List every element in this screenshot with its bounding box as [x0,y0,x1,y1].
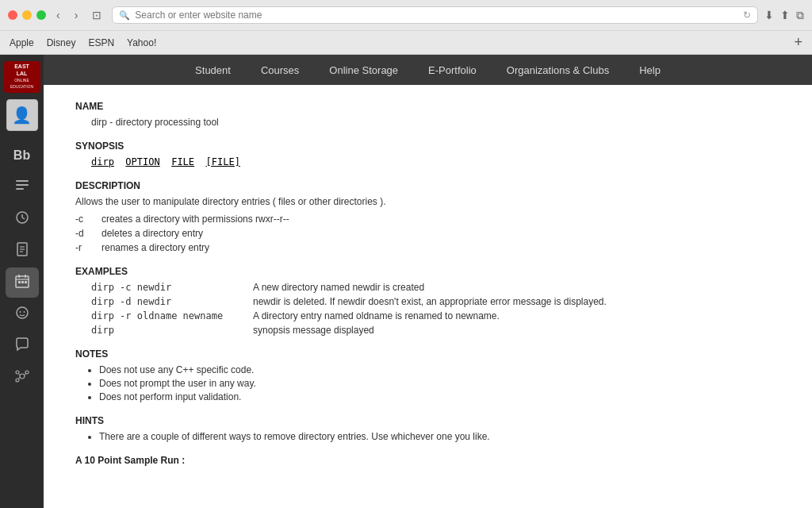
svg-rect-14 [18,281,21,283]
sidebar-item-smiley[interactable] [6,299,39,329]
sidebar-item-chat[interactable] [6,331,39,361]
flag-c-desc: creates a directory with permissions rwx… [102,214,289,225]
download-button[interactable]: ⬇ [764,9,774,21]
synopsis-file-optional: [FILE] [206,156,240,167]
note-0: Does not use any C++ specific code. [99,364,780,375]
flag-d: -d [75,228,95,239]
svg-point-17 [17,307,28,318]
bookmarks-bar: Apple Disney ESPN Yahoo! + [0,30,812,54]
flag-r: -r [75,242,95,253]
main-area: Student Courses Online Storage E-Portfol… [44,55,812,508]
app-logo: EASTLALONLINE EDUCATION [4,61,40,93]
synopsis-label: SYNOPSIS [75,140,780,152]
document-icon [14,241,30,261]
sidebar-item-grades[interactable] [6,172,39,202]
svg-line-26 [18,377,20,379]
example-desc-0: A new directory named newdir is created [253,282,424,293]
bookmark-espn[interactable]: ESPN [88,37,114,48]
svg-point-19 [23,311,25,313]
note-2: Does not perform input validation. [99,391,780,402]
synopsis-file: FILE [171,156,194,167]
examples-table: dirp -c newdir A new directory named new… [91,282,780,336]
main-wrapper: NAME dirp - directory processing tool SY… [44,85,812,508]
description-text: Allows the user to manipulate directory … [75,196,780,207]
chat-icon [14,337,30,356]
clock-icon [14,210,30,229]
svg-line-24 [18,373,20,375]
flag-c: -c [75,214,95,225]
new-tab-button[interactable]: + [794,34,802,51]
sample-run-label: A 10 Point Sample Run : [75,455,780,466]
nav-student[interactable]: Student [192,58,234,83]
note-1: Does not prompt the user in any way. [99,378,780,389]
maximize-button[interactable] [36,10,46,20]
share-button[interactable]: ⬆ [780,9,790,21]
nav-online-storage[interactable]: Online Storage [326,58,401,83]
nav-help[interactable]: Help [636,58,664,83]
content-area: NAME dirp - directory processing tool SY… [44,85,812,508]
svg-line-5 [22,217,25,219]
forward-button[interactable]: › [71,7,82,23]
bookmark-apple[interactable]: Apple [10,37,34,48]
back-button[interactable]: ‹ [52,7,64,23]
svg-point-18 [19,311,21,313]
flag-row-c: -c creates a directory with permissions … [75,214,780,225]
flag-d-desc: deletes a directory entry [102,228,203,239]
sidebar-item-calendar[interactable] [6,267,39,298]
browser-actions: ⬇ ⬆ ⧉ [764,9,804,22]
example-cmd-1: dirp -d newdir [91,296,250,307]
avatar[interactable]: 👤 [6,99,38,131]
close-button[interactable] [8,10,17,20]
example-desc-3: synopsis message displayed [253,325,374,336]
svg-point-20 [20,374,25,379]
hints-list: There are a couple of different ways to … [99,431,780,442]
flag-r-desc: renames a directory entry [102,242,209,253]
font-icon: Bb [13,148,30,163]
notes-label: NOTES [75,348,780,360]
nav-courses[interactable]: Courses [258,58,302,83]
sidebar-toggle-button[interactable]: ⊡ [88,7,105,23]
notes-list: Does not use any C++ specific code. Does… [99,364,780,402]
network-icon [14,368,30,388]
synopsis-option: OPTION [125,156,159,167]
svg-point-23 [16,379,19,382]
sidebar-item-network[interactable] [6,363,39,393]
svg-point-21 [16,371,19,374]
sidebar-item-clock[interactable] [6,204,39,234]
flag-row-r: -r renames a directory entry [75,242,780,253]
bookmark-yahoo[interactable]: Yahoo! [127,37,156,48]
example-row-3: dirp synopsis message displayed [91,325,780,336]
description-label: DESCRIPTION [75,180,780,191]
hints-label: HINTS [75,415,780,426]
top-nav: Student Courses Online Storage E-Portfol… [44,55,812,85]
address-input[interactable] [135,10,738,21]
minimize-button[interactable] [22,10,32,20]
example-cmd-3: dirp [91,325,250,336]
svg-line-25 [25,373,26,375]
app-layout: EASTLALONLINE EDUCATION 👤 Bb [0,55,812,508]
title-bar: ‹ › ⊡ 🔍 ↻ ⬇ ⬆ ⧉ [0,0,812,30]
example-row-0: dirp -c newdir A new directory named new… [91,282,780,293]
sidebar: EASTLALONLINE EDUCATION 👤 Bb [0,55,44,508]
svg-rect-1 [16,184,29,186]
nav-eportfolio[interactable]: E-Portfolio [425,58,480,83]
avatar-icon: 👤 [12,106,32,125]
examples-label: EXAMPLES [75,266,780,277]
sidebar-item-document[interactable] [6,236,39,266]
example-row-1: dirp -d newdir newdir is deleted. If new… [91,296,780,307]
logo-text: EASTLALONLINE EDUCATION [4,64,40,90]
tabs-button[interactable]: ⧉ [796,9,804,22]
example-cmd-2: dirp -r oldname newname [91,310,250,321]
search-icon: 🔍 [119,10,130,21]
bookmark-disney[interactable]: Disney [47,37,76,48]
nav-organizations-clubs[interactable]: Organizations & Clubs [504,58,612,83]
grades-icon [14,178,30,198]
name-text: dirp - directory processing tool [91,117,780,128]
synopsis-cmd: dirp [91,156,114,167]
sidebar-item-font[interactable]: Bb [6,140,39,171]
synopsis-line: dirp OPTION FILE [FILE] [91,156,780,167]
reload-button[interactable]: ↻ [743,10,751,21]
example-row-2: dirp -r oldname newname A directory entr… [91,310,780,321]
svg-rect-15 [21,281,24,283]
flag-row-d: -d deletes a directory entry [75,228,780,239]
